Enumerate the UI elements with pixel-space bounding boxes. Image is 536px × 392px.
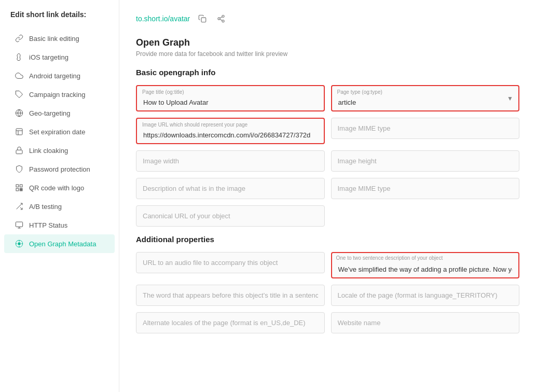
audio-url-input[interactable]	[136, 252, 325, 273]
form-row-alternate-website	[136, 312, 519, 333]
page-title-input[interactable]	[136, 85, 325, 111]
short-link[interactable]: to.short.io/avatar	[136, 15, 190, 23]
share-button[interactable]	[215, 12, 227, 25]
cloud-icon	[15, 71, 24, 80]
image-url-input[interactable]	[136, 118, 325, 144]
form-row-word-locale	[136, 285, 519, 306]
alternate-locales-input[interactable]	[136, 312, 325, 333]
form-row-image-desc	[136, 178, 519, 199]
audio-url-field	[136, 252, 325, 278]
website-name-field	[331, 312, 520, 333]
locale-field	[331, 285, 520, 306]
sidebar-item-campaign-tracking[interactable]: Campaign tracking	[4, 85, 115, 104]
page-title-field: Page title (og:title)	[136, 85, 325, 111]
sidebar-item-label: A/B testing	[29, 203, 62, 211]
image-height-input[interactable]	[331, 150, 520, 172]
sidebar-item-label: Open Graph Metadata	[29, 240, 96, 248]
additional-title: Additional properties	[136, 235, 519, 244]
form-row-image-url: Image URL which should represent your pa…	[136, 118, 519, 144]
image-height-field	[331, 150, 520, 172]
apple-icon	[15, 52, 24, 62]
sidebar-item-label: Password protection	[29, 165, 90, 173]
svg-point-19	[18, 242, 20, 245]
copy-button[interactable]	[196, 12, 209, 25]
page-type-field: Page type (og:type) article website vide…	[331, 85, 520, 111]
image-mime-type2-field	[331, 178, 520, 199]
description-field: One to two sentence description of your …	[331, 252, 520, 278]
svg-rect-16	[16, 222, 22, 227]
sidebar-item-label: Basic link editing	[29, 35, 79, 43]
sidebar-item-label: HTTP Status	[29, 221, 67, 229]
sidebar-item-label: Campaign tracking	[29, 91, 85, 99]
image-width-field	[136, 150, 325, 172]
sidebar-item-open-graph-metadata[interactable]: Open Graph Metadata	[4, 234, 115, 253]
split-icon	[15, 202, 24, 211]
image-desc-input[interactable]	[136, 178, 325, 199]
main-content: to.short.io/avatar Open Graph Provide mo…	[119, 0, 536, 392]
svg-rect-11	[21, 188, 22, 189]
monitor-icon	[15, 220, 24, 230]
image-width-input[interactable]	[136, 150, 325, 172]
basic-section-title: Basic opengraph info	[136, 68, 519, 77]
qr-icon	[15, 183, 24, 192]
image-mime-type-input[interactable]	[331, 118, 520, 139]
svg-rect-9	[16, 188, 19, 191]
sidebar-item-geo-targeting[interactable]: Geo-targeting	[4, 104, 115, 122]
canonical-url-field	[136, 205, 325, 227]
form-row-canonical-url	[136, 205, 519, 227]
sidebar-title: Edit short link details:	[0, 10, 119, 29]
sidebar-item-label: Android targeting	[29, 72, 80, 80]
form-row-page-title-type: Page title (og:title) Page type (og:type…	[136, 85, 519, 111]
locale-input[interactable]	[331, 285, 520, 306]
image-mime-type2-input[interactable]	[331, 178, 520, 199]
svg-line-24	[220, 19, 223, 21]
form-row-image-dimensions	[136, 150, 519, 172]
sidebar-item-label: iOS targeting	[29, 53, 68, 61]
svg-rect-3	[16, 129, 22, 135]
website-name-input[interactable]	[331, 312, 520, 333]
sidebar-item-link-cloaking[interactable]: Link cloaking	[4, 141, 115, 160]
form-row-audio-desc: One to two sentence description of your …	[136, 252, 519, 278]
sidebar-item-android-targeting[interactable]: Android targeting	[4, 66, 115, 85]
svg-rect-20	[201, 18, 206, 22]
svg-rect-12	[20, 190, 21, 191]
shield-icon	[15, 164, 24, 174]
sidebar: Edit short link details: Basic link edit…	[0, 0, 119, 392]
sidebar-item-set-expiration-date[interactable]: Set expiration date	[4, 122, 115, 141]
sidebar-item-ab-testing[interactable]: A/B testing	[4, 197, 115, 216]
svg-line-15	[20, 207, 22, 209]
image-url-field: Image URL which should represent your pa…	[136, 118, 325, 144]
svg-rect-13	[21, 190, 22, 191]
clock-icon	[15, 127, 24, 136]
sidebar-item-password-protection[interactable]: Password protection	[4, 160, 115, 178]
svg-rect-8	[20, 185, 22, 187]
section-subtitle: Provide more data for facebook and twitt…	[136, 50, 519, 58]
graph-icon	[15, 239, 24, 248]
lock-icon	[15, 146, 24, 155]
globe-icon	[15, 108, 24, 118]
sidebar-item-qr-code[interactable]: QR code with logo	[4, 178, 115, 197]
sidebar-item-ios-targeting[interactable]: iOS targeting	[4, 48, 115, 66]
svg-rect-10	[20, 188, 21, 189]
alternate-locales-field	[136, 312, 325, 333]
svg-rect-6	[16, 150, 22, 153]
sidebar-item-label: QR code with logo	[29, 184, 84, 192]
word-before-field	[136, 285, 325, 306]
svg-point-23	[222, 20, 224, 22]
sidebar-item-http-status[interactable]: HTTP Status	[4, 216, 115, 234]
sidebar-item-label: Link cloaking	[29, 147, 68, 155]
svg-point-21	[222, 15, 224, 17]
sidebar-item-basic-link-editing[interactable]: Basic link editing	[4, 29, 115, 48]
word-before-input[interactable]	[136, 285, 325, 306]
top-bar: to.short.io/avatar	[136, 12, 519, 25]
sidebar-item-label: Geo-targeting	[29, 109, 71, 117]
svg-line-25	[220, 17, 223, 18]
link-icon	[15, 34, 24, 43]
image-mime-type-field	[331, 118, 520, 144]
section-title: Open Graph	[136, 37, 519, 48]
page-type-select[interactable]: article website video music book	[331, 85, 520, 111]
sidebar-item-label: Set expiration date	[29, 128, 85, 136]
description-input[interactable]	[331, 252, 520, 278]
svg-point-22	[218, 18, 220, 20]
canonical-url-input[interactable]	[136, 205, 325, 227]
